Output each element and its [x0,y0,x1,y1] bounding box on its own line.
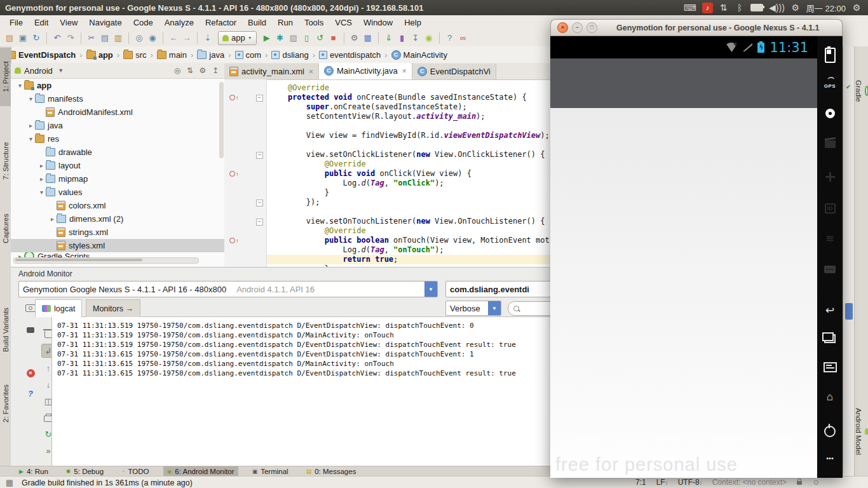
clock[interactable]: 周一 22:00 [806,2,846,14]
device-selector[interactable]: Genymotion Google Nexus S - 4.1.1 - API … [18,281,438,297]
help-icon[interactable]: ? [24,387,37,400]
screen-record-icon[interactable] [24,323,37,336]
tab-eventdispatchvi[interactable]: CEventDispatchVi [412,64,496,79]
battery-icon[interactable] [750,2,763,13]
cut-icon[interactable]: ✂ [86,32,97,44]
view-options-icon[interactable]: ⚙ [198,66,208,75]
tree-item-values[interactable]: ▾values [11,186,224,199]
tree-arrow-icon[interactable]: ▸ [48,215,57,222]
chevron-down-icon[interactable]: ▼ [488,301,501,315]
nav-menu-icon[interactable] [817,362,843,372]
toolwindow-button-5-debug[interactable]: ✱5: Debug [62,466,107,477]
fold-marker-icon[interactable]: − [256,95,263,102]
toolwindow-button-todo[interactable]: ◔TODO [118,466,153,477]
nav-back-icon[interactable]: ↩ [817,304,843,317]
log-level-selector[interactable]: Verbose ▼ [445,301,501,316]
override-marker-icon[interactable]: ↑ [229,169,239,179]
tree-item-dimens-xml-2[interactable]: ▸dimens.xml (2) [11,212,224,226]
forward-icon[interactable]: → [181,32,193,44]
strip-tab-captures[interactable]: Captures [0,207,11,251]
tree-item-drawable[interactable]: drawable [11,146,224,159]
crumb-eventdispatch[interactable]: EventDispatch [4,50,78,60]
run-icon[interactable]: ▶ [261,32,273,44]
strip-tab-gradle[interactable]: Gradle [855,62,868,120]
caret-position[interactable]: 7:1 [635,478,646,487]
menu-window[interactable]: Window [358,15,398,29]
sync-icon[interactable]: ↻ [31,32,42,44]
open-icon[interactable]: ▨ [4,32,15,44]
sdk-update-icon[interactable]: ↧ [410,32,421,44]
tree-item-androidmanifest-xml[interactable]: AndroidManifest.xml [11,105,224,119]
crumb-main[interactable]: main [154,50,189,60]
genymotion-icon[interactable]: ∞ [458,32,469,44]
camera-widget-icon[interactable] [817,109,843,118]
nav-home-icon[interactable]: ⌂ [817,391,843,403]
session-gear-icon[interactable]: ⚙ [790,2,801,13]
override-marker-icon[interactable]: ↑ [229,93,239,102]
tab-mainactivity-java[interactable]: CMainActivity.java× [319,63,412,79]
tree-arrow-icon[interactable]: ▾ [16,82,24,89]
coverage-icon[interactable]: ▧ [288,32,299,44]
strip-tab-7-structure[interactable]: 7: Structure [0,128,11,194]
chevron-down-icon[interactable]: ▼ [56,67,66,74]
tree-item-java[interactable]: ▸java [11,119,224,132]
gps-widget-icon[interactable]: ⌒GPS [817,78,843,89]
menu-file[interactable]: File [4,15,29,29]
screencast-widget-icon[interactable] [817,140,843,148]
toolwindow-button-6-android-monitor[interactable]: ◉6: Android Monitor [163,466,238,477]
menu-view[interactable]: View [54,15,83,29]
tree-arrow-icon[interactable]: ▾ [37,189,46,196]
minimize-button[interactable]: − [572,22,583,33]
tree-arrow-icon[interactable]: ▸ [27,122,35,129]
menu-vcs[interactable]: VCS [329,15,358,29]
keyboard-indicator-icon[interactable]: ⌨ [684,2,696,13]
redo-icon[interactable]: ↷ [65,32,76,44]
toolwindow-toggle-icon[interactable]: ▦ [4,477,15,488]
crumb-app[interactable]: app [84,50,116,60]
lock-icon[interactable] [797,481,802,485]
sdk-manager-icon[interactable]: ⇓ [383,32,395,44]
collapse-all-icon[interactable]: ↥ [210,66,220,75]
close-button[interactable]: × [557,22,568,33]
override-marker-icon[interactable]: ↑ [229,236,239,245]
attach-debugger-icon[interactable]: ▯ [301,32,313,44]
android-screen[interactable]: free for personal use [550,108,817,478]
crumb-mainactivity[interactable]: CMainActivity [389,50,450,60]
tree-item-layout[interactable]: ▸layout [11,159,224,172]
menu-refactor[interactable]: Refactor [200,15,242,29]
close-icon[interactable]: × [309,67,313,76]
paste-icon[interactable]: ▥ [112,32,124,44]
strip-tab-build-variants[interactable]: Build Variants [0,298,11,362]
split-icon[interactable]: ⇅ [185,66,195,75]
project-view-selector[interactable]: Android [24,66,53,76]
menu-help[interactable]: Help [398,15,427,29]
tree-arrow-icon[interactable]: ▸ [37,162,46,169]
back-icon[interactable]: ← [168,32,179,44]
menu-navigate[interactable]: Navigate [83,15,127,29]
encoding-selector[interactable]: UTF-8↕ [678,478,702,487]
crumb-eventdispatch[interactable]: eventdispatch [316,50,383,60]
strip-tab-android-model[interactable]: Android Model [855,387,868,476]
netease-music-icon[interactable]: ♪ [702,3,713,13]
menu-run[interactable]: Run [272,15,299,29]
hierarchy-icon[interactable]: ⇣ [202,32,214,44]
maximize-button[interactable]: □ [587,22,597,33]
tab-activity-main-xml[interactable]: activity_main.xml× [224,64,319,79]
tree-item-manifests[interactable]: ▾manifests [11,92,224,105]
stop-icon[interactable]: ■ [328,32,339,44]
genymotion-titlebar[interactable]: × − □ Genymotion for personal use - Goog… [550,19,843,36]
project-structure-icon[interactable]: ▦ [362,32,374,44]
menu-tools[interactable]: Tools [299,15,329,29]
crumb-dsliang[interactable]: dsliang [269,50,311,60]
undo-icon[interactable]: ↶ [51,32,63,44]
menu-code[interactable]: Code [128,15,159,29]
hector-icon[interactable]: ☺ [812,478,820,487]
vertical-scrollbar[interactable] [219,82,224,158]
crumb-src[interactable]: src [121,50,149,60]
tree-item-app[interactable]: ▾app [11,79,224,92]
nav-recents-icon[interactable] [817,334,843,343]
tree-arrow-icon[interactable]: ▸ [37,175,46,182]
help-icon[interactable]: ? [444,32,456,44]
run-configuration-selector[interactable]: app▼ [218,31,257,45]
fold-marker-icon[interactable]: − [256,200,263,207]
